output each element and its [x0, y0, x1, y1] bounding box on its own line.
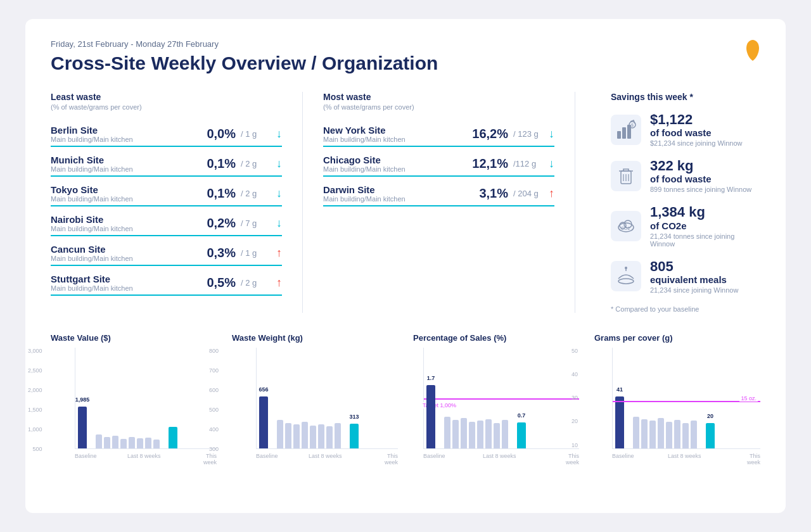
list-item: Munich SiteMain building/Main kitchen 0,…	[51, 149, 282, 177]
savings-weight-label: of food waste	[650, 174, 751, 184]
svg-point-13	[618, 279, 634, 284]
most-waste-subtitle: (% of waste/grams per cover)	[323, 103, 554, 111]
chart-waste-weight-title: Waste Weight (kg)	[232, 333, 398, 343]
savings-co2-label: of CO2e	[650, 220, 760, 231]
chart-waste-weight: Waste Weight (kg) 800 700 600 500 400 30…	[232, 333, 398, 466]
chart-waste-value-title: Waste Value ($)	[51, 333, 217, 343]
savings-co2-since: 21,234 tonnes since joining Winnow	[650, 232, 760, 248]
svg-rect-0	[617, 131, 621, 139]
chart-grams-cover-title: Grams per cover (g)	[594, 333, 760, 343]
svg-text:CO2: CO2	[621, 226, 630, 231]
header-date: Friday, 21st February - Monday 27th Febr…	[51, 39, 760, 49]
chart-waste-value: Waste Value ($) 3,000 2,500 2,000 1,500 …	[51, 333, 217, 466]
savings-note: * Compared to your baseline	[611, 305, 760, 313]
savings-co2-value: 1,384 kg	[650, 205, 760, 220]
list-item: Cancun SiteMain building/Main kitchen 0,…	[51, 239, 282, 266]
target-line: Target 1,00%	[424, 398, 579, 411]
least-waste-section: Least waste (% of waste/grams per cover)…	[51, 92, 282, 313]
most-waste-section: Most waste (% of waste/grams per cover) …	[323, 92, 554, 313]
chart-area-3: Target 1,00% 1.7	[423, 348, 579, 449]
chart-legend-4: Baseline Last 8 weeks This week	[612, 453, 760, 466]
list-item: Tokyo SiteMain building/Main kitchen 0,1…	[51, 179, 282, 206]
least-waste-subtitle: (% of waste/grams per cover)	[51, 103, 282, 111]
list-item: Chicago SiteMain building/Main kitchen 1…	[323, 149, 554, 177]
chart-area-2: 656	[256, 348, 398, 449]
svg-text:$: $	[631, 123, 634, 127]
vertical-divider-2	[575, 92, 575, 313]
money-icon: $	[611, 115, 641, 145]
savings-money-value: $1,122	[650, 112, 743, 127]
savings-weight-value: 322 kg	[650, 158, 751, 174]
list-item: Darwin SiteMain building/Main kitchen 3,…	[323, 179, 554, 206]
chart-area-1: 1,985	[75, 348, 217, 449]
vertical-divider	[302, 92, 303, 313]
chart-legend-1: Baseline Last 8 weeks This week	[75, 453, 217, 466]
chart-legend-2: Baseline Last 8 weeks This week	[256, 453, 398, 466]
savings-weight-since: 899 tonnes since joining Winnow	[650, 186, 751, 193]
chart-y-labels-2: 800 700 600 500 400 300	[209, 348, 219, 466]
svg-point-15	[625, 267, 627, 269]
chart-pct-sales-title: Percentage of Sales (%)	[413, 333, 579, 343]
chart-y-labels: 3,000 2,500 2,000 1,500 1,000 500	[28, 348, 42, 466]
list-item: Berlin SiteMain building/Main kitchen 0,…	[51, 120, 282, 147]
savings-item-waste: 322 kg of food waste 899 tonnes since jo…	[611, 158, 760, 193]
trend-icon: ↓	[276, 127, 282, 141]
trend-icon: ↓	[276, 217, 282, 230]
trend-icon: ↓	[549, 127, 554, 141]
meals-icon	[611, 261, 641, 291]
list-item: Nairobi SiteMain building/Main kitchen 0…	[51, 209, 282, 236]
trend-icon: ↑	[549, 187, 554, 200]
charts-section: Waste Value ($) 3,000 2,500 2,000 1,500 …	[51, 333, 760, 466]
most-waste-title: Most waste	[323, 92, 554, 102]
trend-icon: ↓	[276, 157, 282, 170]
savings-money-since: $21,234 since joining Winnow	[650, 139, 743, 147]
trash-icon	[611, 161, 641, 191]
savings-money-label: of food waste	[650, 127, 743, 138]
list-item: Stuttgart SiteMain building/Main kitchen…	[51, 269, 282, 296]
savings-item-co2: CO2 1,384 kg of CO2e 21,234 tonnes since…	[611, 205, 760, 247]
savings-panel: Savings this week * $ $1,122 of food was…	[596, 92, 760, 313]
savings-title: Savings this week *	[611, 92, 760, 102]
page-title: Cross-Site Weekly Overview / Organizatio…	[51, 53, 760, 74]
trend-icon: ↑	[276, 246, 282, 260]
chart-area-4: 41	[612, 348, 760, 449]
savings-item-meals: 805 equivalent meals 21,234 since joinin…	[611, 259, 760, 294]
chart-grams-cover: Grams per cover (g) 50 40 30 20 10	[594, 333, 760, 466]
trend-icon: ↑	[276, 276, 282, 289]
list-item: New York SiteMain building/Main kitchen …	[323, 120, 554, 147]
trend-icon: ↓	[549, 157, 554, 170]
logo	[740, 37, 765, 62]
main-card: Friday, 21st February - Monday 27th Febr…	[25, 19, 786, 513]
chart-legend-3: Baseline Last 8 weeks This week	[423, 453, 579, 466]
savings-meals-label: equivalent meals	[650, 274, 738, 285]
savings-meals-since: 21,234 since joining Winnow	[650, 286, 738, 294]
svg-rect-1	[622, 127, 626, 139]
savings-item-money: $ $1,122 of food waste $21,234 since joi…	[611, 112, 760, 147]
trend-icon: ↓	[276, 187, 282, 200]
chart-pct-sales: Percentage of Sales (%) Target 1,00% 1.7	[413, 333, 579, 466]
cloud-icon: CO2	[611, 211, 641, 241]
savings-meals-value: 805	[650, 259, 738, 274]
least-waste-title: Least waste	[51, 92, 282, 102]
chart-y-labels-4: 50 40 30 20 10	[572, 348, 578, 466]
